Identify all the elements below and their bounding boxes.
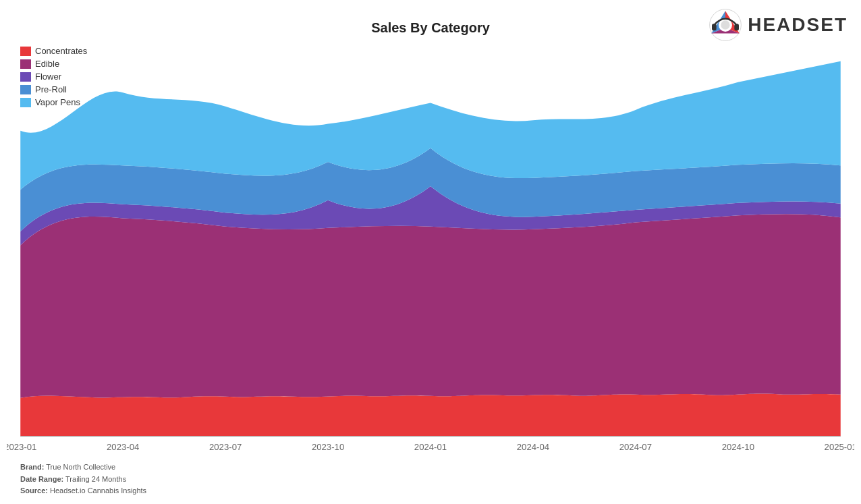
x-label-2024-10: 2024-10 [722, 442, 754, 450]
x-label-2023-01: 2023-01 [7, 442, 36, 450]
logo-text: HEADSET [748, 14, 848, 36]
footer-info: Brand: True North Collective Date Range:… [20, 461, 146, 497]
chart-area: 2023-01 2023-04 2023-07 2023-10 2024-01 … [7, 40, 854, 450]
area-concentrates [20, 394, 840, 437]
footer-date-range-value: Trailing 24 Months [65, 475, 126, 483]
x-label-2023-07: 2023-07 [209, 442, 242, 450]
footer-date-range-label: Date Range: [20, 475, 63, 483]
footer-brand: Brand: True North Collective [20, 461, 146, 474]
chart-svg: 2023-01 2023-04 2023-07 2023-10 2024-01 … [7, 40, 854, 450]
svg-point-2 [721, 20, 730, 29]
x-label-2023-10: 2023-10 [312, 442, 344, 450]
footer-date-range: Date Range: Trailing 24 Months [20, 474, 146, 486]
footer-source: Source: Headset.io Cannabis Insights [20, 485, 146, 497]
footer-brand-label: Brand: [20, 463, 44, 471]
chart-container: HEADSET Sales By Category Concentrates E… [0, 0, 861, 504]
area-edible [20, 214, 840, 398]
x-label-2023-04: 2023-04 [107, 442, 139, 450]
svg-rect-3 [712, 24, 717, 30]
headset-logo-icon [709, 8, 742, 42]
chart-title: Sales By Category [371, 20, 490, 36]
svg-rect-4 [735, 24, 740, 30]
logo: HEADSET [709, 8, 848, 42]
x-label-2024-07: 2024-07 [619, 442, 652, 450]
x-label-2024-04: 2024-04 [517, 442, 549, 450]
footer-source-value: Headset.io Cannabis Insights [50, 486, 146, 495]
x-label-2025-01: 2025-01 [825, 442, 854, 450]
footer-source-label: Source: [20, 486, 48, 495]
x-label-2024-01: 2024-01 [414, 442, 447, 450]
footer-brand-value: True North Collective [46, 463, 115, 471]
